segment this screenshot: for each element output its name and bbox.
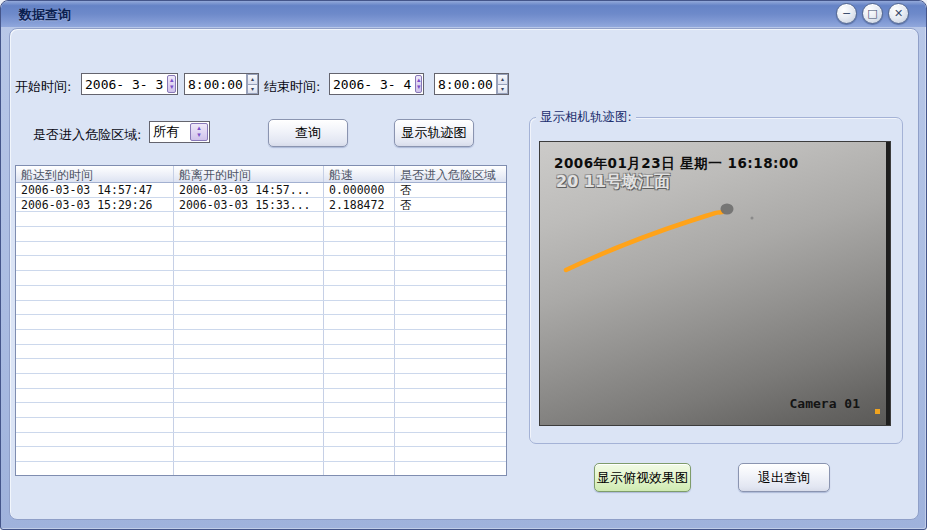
table-empty-row (16, 374, 506, 389)
table-cell (395, 462, 506, 476)
table-empty-row (16, 389, 506, 404)
window-title: 数据查询 (19, 6, 71, 24)
table-empty-row (16, 242, 506, 257)
spinner-up-icon[interactable]: ▴ (247, 74, 258, 85)
end-date-dropdown-button[interactable]: ▴ ▾ (415, 75, 422, 93)
table-cell (174, 271, 324, 285)
show-track-button-label: 显示轨迹图 (402, 124, 467, 142)
table-cell (324, 345, 395, 359)
table-empty-row (16, 286, 506, 301)
table-cell (324, 315, 395, 329)
table-cell (324, 286, 395, 300)
table-row[interactable]: 2006-03-03 14:57:472006-03-03 14:57...0.… (16, 183, 506, 198)
table-cell (395, 271, 506, 285)
start-time-spin-buttons[interactable]: ▴ ▾ (246, 74, 258, 94)
table-cell (174, 212, 324, 226)
table-cell (16, 271, 174, 285)
table-cell (395, 447, 506, 461)
camera-orange-dot (875, 409, 880, 414)
results-table[interactable]: 船达到的时间船离开的时间船速是否进入危险区域 2006-03-03 14:57:… (15, 165, 507, 476)
table-cell (174, 227, 324, 241)
table-cell (16, 315, 174, 329)
close-icon: ✕ (894, 8, 903, 19)
table-cell (395, 256, 506, 270)
close-button[interactable]: ✕ (888, 3, 909, 24)
column-header[interactable]: 船速 (324, 166, 395, 182)
table-cell (16, 403, 174, 417)
spinner-down-icon[interactable]: ▾ (497, 85, 508, 95)
table-cell (174, 403, 324, 417)
table-cell (16, 286, 174, 300)
start-date-value: 2006- 3- 3 (82, 74, 166, 94)
maximize-button[interactable]: □ (862, 3, 883, 24)
table-cell (174, 330, 324, 344)
table-cell (174, 447, 324, 461)
table-cell (16, 301, 174, 315)
danger-zone-label: 是否进入危险区域: (33, 126, 141, 144)
end-time-spinner[interactable]: 8:00:00 ▴ ▾ (434, 73, 509, 95)
table-cell (395, 403, 506, 417)
start-time-spinner[interactable]: 8:00:00 ▴ ▾ (184, 73, 259, 95)
table-cell: 0.000000 (324, 183, 395, 197)
camera-trajectory-group-label: 显示相机轨迹图: (536, 109, 636, 126)
query-button-label: 查询 (295, 124, 321, 142)
end-time-label: 结束时间: (264, 78, 320, 96)
table-cell (324, 301, 395, 315)
danger-zone-value: 所有 (150, 122, 189, 142)
table-empty-row (16, 330, 506, 345)
table-cell (174, 256, 324, 270)
table-row[interactable]: 2006-03-03 15:29:262006-03-03 15:33...2.… (16, 198, 506, 213)
table-cell (395, 242, 506, 256)
table-cell (324, 242, 395, 256)
table-cell (16, 433, 174, 447)
spinner-down-icon: ▾ (170, 84, 174, 91)
spinner-down-icon[interactable]: ▾ (247, 85, 258, 95)
start-date-picker[interactable]: 2006- 3- 3 ▴ ▾ (81, 73, 178, 95)
table-cell (324, 212, 395, 226)
start-date-dropdown-button[interactable]: ▴ ▾ (167, 75, 176, 93)
table-cell: 2006-03-03 14:57:47 (16, 183, 174, 197)
table-cell (174, 242, 324, 256)
table-cell (174, 315, 324, 329)
spinner-down-icon: ▾ (197, 132, 201, 139)
show-top-view-button[interactable]: 显示俯视效果图 (594, 463, 691, 492)
show-track-button[interactable]: 显示轨迹图 (394, 119, 474, 147)
table-cell (324, 447, 395, 461)
exit-query-button[interactable]: 退出查询 (738, 463, 830, 492)
column-header[interactable]: 船达到的时间 (16, 166, 174, 182)
table-cell (16, 256, 174, 270)
query-button[interactable]: 查询 (268, 119, 348, 147)
table-cell (174, 418, 324, 432)
column-header[interactable]: 是否进入危险区域 (395, 166, 506, 182)
danger-zone-dropdown-button[interactable]: ▴ ▾ (190, 123, 208, 141)
table-cell (395, 418, 506, 432)
table-cell: 2.188472 (324, 198, 395, 212)
table-body: 2006-03-03 14:57:472006-03-03 14:57...0.… (16, 183, 506, 476)
end-time-spin-buttons[interactable]: ▴ ▾ (496, 74, 508, 94)
table-cell (395, 212, 506, 226)
table-cell (16, 359, 174, 373)
table-cell (174, 301, 324, 315)
table-cell (395, 359, 506, 373)
camera-datetime-overlay: 2006年01月23日 星期一 16:18:00 (554, 155, 799, 173)
table-cell (324, 359, 395, 373)
table-cell (16, 418, 174, 432)
table-empty-row (16, 301, 506, 316)
table-cell (395, 389, 506, 403)
spinner-up-icon[interactable]: ▴ (497, 74, 508, 85)
table-cell (16, 345, 174, 359)
minimize-button[interactable]: ─ (836, 3, 857, 24)
end-date-picker[interactable]: 2006- 3- 4 ▴ ▾ (329, 73, 424, 95)
column-header[interactable]: 船离开的时间 (174, 166, 324, 182)
spinner-down-icon: ▾ (417, 84, 421, 91)
maximize-icon: □ (867, 8, 877, 19)
danger-zone-select[interactable]: 所有 ▴ ▾ (149, 121, 210, 143)
table-empty-row (16, 227, 506, 242)
table-cell (324, 374, 395, 388)
table-cell (395, 330, 506, 344)
app-window: 数据查询 ─ □ ✕ 开始时间: 2006- 3- 3 ▴ ▾ 8:00:00 … (0, 0, 927, 530)
title-bar[interactable]: 数据查询 ─ □ ✕ (1, 1, 926, 27)
table-cell (324, 433, 395, 447)
table-empty-row (16, 462, 506, 476)
table-cell (174, 345, 324, 359)
